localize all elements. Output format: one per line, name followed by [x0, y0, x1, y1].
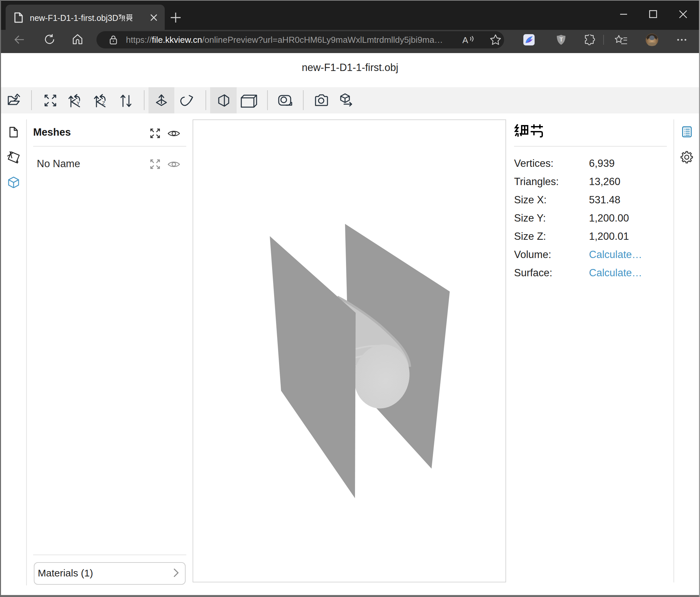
svg-text:T: T — [559, 37, 563, 43]
svg-text:Y: Y — [77, 100, 80, 106]
svg-text:A: A — [462, 35, 468, 45]
svg-text:Z: Z — [102, 100, 105, 106]
